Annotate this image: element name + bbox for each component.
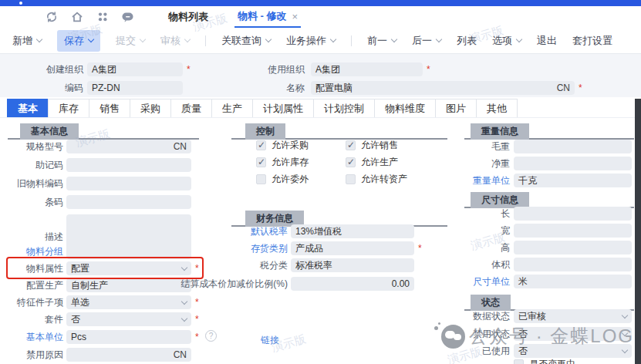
- tab-sales[interactable]: 销售: [89, 99, 130, 118]
- tab-plan-control[interactable]: 计划控制: [313, 99, 375, 118]
- window-tab-material-list[interactable]: 物料列表: [168, 6, 208, 28]
- field-cost-adjust-ratio: 结算成本价加减价比例(%) 0.00: [172, 277, 414, 291]
- base-unit-link[interactable]: 基本单位: [8, 331, 63, 344]
- vertical-scrollbar[interactable]: [635, 99, 641, 364]
- base-unit-input[interactable]: Pcs: [66, 330, 191, 344]
- checkbox-allow-to-asset[interactable]: 允许转资产: [346, 173, 407, 186]
- chevron-down-icon: [184, 36, 191, 42]
- checkbox-allow-outsource[interactable]: 允许委外: [256, 173, 309, 186]
- inventory-category-input[interactable]: 产成品: [291, 241, 414, 255]
- tab-production[interactable]: 生产: [211, 99, 253, 118]
- disable-reason-input[interactable]: CN: [66, 348, 191, 362]
- tab-basic[interactable]: 基本: [7, 99, 49, 118]
- tax-class-input[interactable]: 标准税率: [291, 258, 414, 272]
- tab-plan-attr[interactable]: 计划属性: [252, 99, 314, 118]
- tab-purchase[interactable]: 采购: [130, 99, 171, 118]
- forbid-status-select[interactable]: 否: [514, 327, 632, 341]
- save-button[interactable]: 保存: [57, 30, 100, 52]
- checkbox-allow-purchase[interactable]: 允许采购: [256, 139, 309, 152]
- sync-icon[interactable]: [45, 11, 58, 24]
- required-star: *: [195, 332, 199, 342]
- material-edit-page: 物料列表 物料 - 修改 × 新增 保存 提交 审核 关联查询 业务操作 前一 …: [0, 0, 641, 364]
- checkbox-is-changing[interactable]: 是否变更中: [514, 358, 575, 364]
- related-query-button[interactable]: 关联查询: [221, 34, 271, 48]
- toolbar: 新增 保存 提交 审核 关联查询 业务操作 前一 后一 列表 选项 退出 套打设…: [0, 28, 641, 54]
- field-code: 编码 PZ-DN: [0, 81, 183, 95]
- field-length: 长: [465, 207, 632, 221]
- chevron-down-icon: [330, 36, 336, 42]
- field-feature-subitem: 特征件子项 单选 *: [8, 295, 199, 309]
- required-star: *: [579, 83, 582, 93]
- list-button[interactable]: 列表: [457, 34, 477, 48]
- volume-input[interactable]: [514, 258, 632, 271]
- tab-inventory[interactable]: 库存: [48, 99, 89, 118]
- default-tax-rate-input[interactable]: 13%增值税: [291, 224, 414, 238]
- old-code-input[interactable]: [66, 177, 191, 190]
- spec-model-input[interactable]: CN: [66, 140, 191, 153]
- link-text[interactable]: 链接: [261, 334, 279, 347]
- field-gross-weight: 毛重: [465, 140, 632, 153]
- net-weight-input[interactable]: [514, 157, 632, 170]
- gross-weight-input[interactable]: [514, 140, 632, 153]
- size-unit-input[interactable]: 米: [514, 275, 632, 288]
- weight-unit-input[interactable]: 千克: [514, 174, 632, 187]
- audit-button[interactable]: 审核: [160, 34, 190, 48]
- new-button[interactable]: 新增: [12, 34, 42, 48]
- feature-subitem-select[interactable]: 单选: [66, 295, 191, 309]
- suite-select[interactable]: 否: [66, 312, 191, 326]
- submit-button[interactable]: 提交: [116, 34, 145, 48]
- print-setup-button[interactable]: 套打设置: [572, 34, 612, 48]
- barcode-input[interactable]: [66, 195, 191, 209]
- used-select[interactable]: 否: [514, 344, 632, 358]
- field-width: 宽: [465, 224, 632, 238]
- checkbox-icon: [256, 174, 266, 184]
- chevron-down-icon: [622, 312, 628, 318]
- create-org-input[interactable]: A集团: [87, 62, 183, 76]
- options-button[interactable]: 选项: [492, 34, 521, 48]
- field-base-unit: 基本单位 Pcs *: [8, 330, 199, 344]
- data-status-select[interactable]: 已审核: [514, 309, 632, 323]
- prev-button[interactable]: 前一: [367, 34, 396, 48]
- code-input[interactable]: PZ-DN: [87, 81, 183, 95]
- mnemonic-input[interactable]: [66, 158, 191, 172]
- name-input[interactable]: 配置电脑 CN: [311, 81, 575, 95]
- field-inventory-category: 存货类别 产成品 *: [172, 241, 422, 255]
- size-unit-link[interactable]: 尺寸单位: [465, 275, 510, 288]
- weight-unit-link[interactable]: 重量单位: [465, 174, 510, 187]
- checkbox-icon: [256, 140, 266, 150]
- message-icon[interactable]: [121, 11, 134, 24]
- required-star: *: [427, 64, 430, 75]
- apps-grid-icon[interactable]: [96, 11, 109, 24]
- window-tab-material-edit[interactable]: 物料 - 修改 ×: [234, 6, 301, 28]
- tab-image[interactable]: 图片: [435, 99, 477, 118]
- use-org-input[interactable]: A集团: [311, 62, 423, 76]
- checkbox-allow-inventory[interactable]: 允许库存: [256, 156, 309, 169]
- length-input[interactable]: [514, 207, 632, 221]
- field-spec-model: 规格型号 CN: [8, 140, 191, 153]
- next-button[interactable]: 后一: [412, 34, 441, 48]
- default-tax-rate-link[interactable]: 默认税率: [172, 225, 288, 238]
- close-icon[interactable]: ×: [292, 11, 299, 22]
- help-icon[interactable]: ?: [205, 330, 217, 342]
- tab-other[interactable]: 其他: [476, 99, 518, 118]
- chevron-down-icon: [181, 298, 187, 304]
- checkbox-allow-production[interactable]: 允许生产: [346, 156, 398, 169]
- field-volume: 体积: [465, 258, 632, 271]
- chevron-down-icon: [622, 329, 628, 335]
- field-height: 高: [465, 241, 632, 254]
- tab-material-dim[interactable]: 物料维度: [374, 99, 436, 118]
- cost-adjust-ratio-input[interactable]: 0.00: [291, 277, 414, 291]
- tab-quality[interactable]: 质量: [170, 99, 212, 118]
- material-group-link[interactable]: 物料分组: [8, 245, 63, 258]
- wechat-icon: [441, 325, 465, 349]
- business-ops-button[interactable]: 业务操作: [286, 34, 336, 48]
- field-suite: 套件 否 *: [8, 312, 199, 326]
- checkbox-icon: [346, 140, 356, 150]
- exit-button[interactable]: 退出: [537, 34, 557, 48]
- width-input[interactable]: [514, 224, 632, 238]
- checkbox-allow-sale[interactable]: 允许销售: [346, 139, 398, 152]
- height-input[interactable]: [514, 241, 632, 254]
- field-default-tax-rate: 默认税率 13%增值税: [172, 224, 414, 238]
- inventory-category-link[interactable]: 存货类别: [172, 242, 288, 255]
- home-icon[interactable]: [70, 11, 83, 24]
